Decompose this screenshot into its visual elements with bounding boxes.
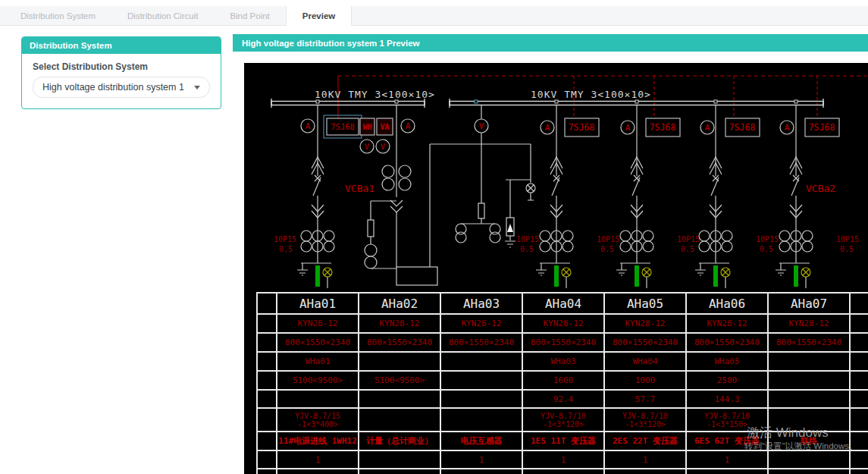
table-cell (277, 391, 359, 407)
table-cell: 92.4 (523, 391, 605, 407)
feeder-transformer-2 (616, 105, 653, 288)
table-cell: KYN28-12 (687, 315, 769, 332)
tab-distribution-system[interactable]: Distribution System (5, 6, 111, 25)
column-header: AHa03 (441, 294, 523, 313)
table-cell (258, 315, 277, 332)
svg-text:7SJ68: 7SJ68 (809, 122, 835, 133)
table-cell (851, 391, 868, 407)
preview-canvas[interactable]: 7SJ68 WH VA 7SJ68 7SJ68 7SJ68 7SJ68 A A … (244, 63, 868, 474)
table-cell: 1 (277, 469, 359, 474)
table-cell: 1 (687, 469, 769, 474)
table-cell (441, 372, 523, 389)
table-cell: 1 (769, 469, 851, 474)
column-header: AHa06 (687, 294, 769, 313)
table-cell: 800×1550×2340 (769, 334, 851, 351)
svg-text:A: A (785, 123, 790, 133)
pt-feeder-bus1 (365, 105, 437, 285)
svg-text:7SJ68: 7SJ68 (650, 122, 676, 133)
ct-class-labels: 10P150.5 10P150.5 10P150.5 10P150.5 10P1… (274, 235, 859, 253)
table-cell (359, 409, 441, 431)
table-cell: 800×1550×2340 (687, 334, 769, 351)
table-cell: 1 (605, 469, 687, 474)
table-cell: 1ES 11T 变压器 (523, 432, 605, 450)
table-cell: 57.7 (605, 391, 687, 407)
table-cell (769, 372, 851, 389)
table-cell: 1000 (605, 372, 687, 389)
tab-bind-point[interactable]: Bind Point (214, 6, 285, 25)
table-cell: WHa05 (687, 353, 769, 370)
table-cell (769, 353, 851, 370)
tab-distribution-circuit[interactable]: Distribution Circuit (111, 6, 214, 25)
chevron-down-icon (194, 86, 200, 89)
table-cell: WHa04 (605, 353, 687, 370)
table-cell: 1 (441, 451, 523, 468)
svg-text:7SJ68: 7SJ68 (331, 122, 355, 131)
table-cell: 1 (523, 451, 605, 468)
select-label: Select Distribution System (33, 61, 210, 72)
table-cell: KYN28-12 (441, 315, 523, 332)
table-row: 92.457.7144.3 (258, 391, 868, 409)
table-cell: 5100<9500> (359, 372, 441, 389)
table-row: 5100<9500>5100<9500>160010002500 (258, 372, 868, 391)
table-cell (359, 451, 441, 468)
table-cell (258, 391, 277, 407)
table-cell (359, 391, 441, 407)
table-cell: 2ES 22T 变压器 (605, 432, 687, 450)
table-cell: YJV-8.7/10 -1<3*120> (605, 409, 687, 431)
svg-text:0.5: 0.5 (520, 245, 534, 253)
feeder-transformer-1 (536, 105, 573, 288)
table-cell (258, 451, 277, 468)
table-cell: YJV-8.7/15 -1<3*400> (277, 409, 359, 431)
svg-text:0.5: 0.5 (681, 245, 694, 253)
column-header: AHa01 (277, 294, 359, 313)
column-header: AHa02 (359, 294, 441, 313)
table-row: 11111 (258, 451, 868, 469)
table-cell (441, 409, 523, 431)
svg-text:7SJ68: 7SJ68 (729, 122, 756, 133)
svg-text:0.5: 0.5 (840, 245, 854, 253)
table-cell (359, 353, 441, 370)
svg-text:A: A (406, 121, 411, 131)
svg-text:A: A (705, 123, 710, 133)
svg-text:VCBa2: VCBa2 (806, 183, 835, 194)
table-cell (258, 409, 277, 431)
table-cell (851, 409, 868, 431)
table-cell: 11#电源进线 1WH12 (277, 432, 359, 450)
table-row: KYN28-12KYN28-12KYN28-12KYN28-12KYN28-12… (258, 315, 868, 334)
tab-bar: Distribution System Distribution Circuit… (0, 6, 868, 26)
distribution-system-select[interactable]: High voltage distribution system 1 (33, 77, 210, 98)
windows-activation-hint: 转到“设置”以激活 Windows。 (744, 441, 858, 452)
svg-text:VA: VA (380, 123, 389, 131)
svg-text:10P15: 10P15 (516, 235, 539, 243)
svg-text:V: V (381, 143, 385, 151)
table-cell (258, 353, 277, 370)
table-cell: 1 (359, 469, 441, 474)
table-cell: 144.3 (687, 391, 769, 407)
table-cell: 1 (523, 469, 605, 474)
svg-text:V: V (365, 143, 369, 151)
svg-text:10P15: 10P15 (274, 235, 296, 243)
windows-activation-watermark: 激活 Windows (747, 424, 829, 441)
svg-text:10P15: 10P15 (677, 235, 700, 243)
svg-text:WH: WH (362, 123, 371, 131)
feeder-tie (776, 105, 813, 288)
table-cell: 1600 (523, 372, 605, 389)
select-value: High voltage distribution system 1 (42, 82, 184, 93)
tab-preview[interactable]: Preview (286, 6, 352, 26)
table-row: 1111111 (258, 469, 868, 474)
table-cell (851, 451, 868, 468)
table-cell (441, 353, 523, 370)
table-cell: 1 (605, 451, 687, 468)
column-header: AHa07 (769, 294, 851, 313)
svg-text:10P15: 10P15 (756, 235, 779, 243)
svg-text:10P15: 10P15 (597, 235, 619, 243)
table-row: AHa01AHa02AHa03AHa04AHa05AHa06AHa07 (258, 294, 868, 315)
distribution-system-card: Distribution System Select Distribution … (21, 36, 221, 109)
svg-text:0.5: 0.5 (760, 245, 773, 253)
table-cell: 800×1550×2340 (441, 334, 523, 351)
table-cell (258, 372, 277, 389)
card-body: Select Distribution System High voltage … (22, 54, 221, 108)
table-cell: KYN28-12 (359, 315, 441, 332)
card-title: Distribution System (22, 37, 221, 54)
table-cell: KYN28-12 (605, 315, 687, 332)
